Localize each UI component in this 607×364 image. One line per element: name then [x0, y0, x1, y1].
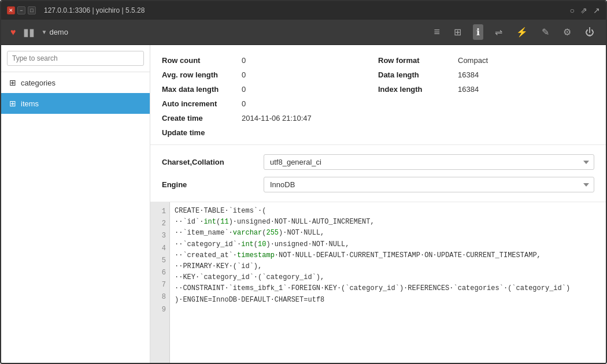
- code-editor[interactable]: CREATE·TABLE·`items`·( ··`id`·int(11)·un…: [170, 202, 606, 363]
- avg-row-length-label: Avg. row length: [162, 70, 237, 79]
- data-length-value: 16384: [458, 70, 479, 79]
- minimize-button[interactable]: −: [17, 6, 25, 14]
- table-icon-items: ⊞: [9, 99, 16, 108]
- lightning-icon[interactable]: ⚡: [514, 24, 530, 40]
- titlebar-address: 127.0.0.1:3306 | yoichiro | 5.5.28: [44, 6, 145, 14]
- edit-pen-icon[interactable]: ✎: [539, 24, 552, 40]
- toolbar-actions: ≡ ⊞ ℹ ⇌ ⚡ ✎ ⚙ ⏻: [431, 24, 597, 40]
- search-input[interactable]: [7, 51, 144, 66]
- close-button[interactable]: ✕: [7, 6, 15, 14]
- line-num-2: 2: [150, 218, 169, 230]
- dropdown-arrow-icon: ▼: [42, 29, 47, 35]
- charset-select[interactable]: utf8_general_ci utf8mb4_general_ci latin…: [264, 154, 594, 170]
- power-icon[interactable]: ⏻: [583, 25, 597, 40]
- engine-row: Engine InnoDB MyISAM MEMORY: [162, 173, 594, 196]
- grid-view-icon[interactable]: ⊞: [451, 24, 464, 40]
- engine-label: Engine: [162, 180, 254, 189]
- sidebar-label-categories: categories: [21, 79, 55, 87]
- row-format-label: Row format: [378, 56, 453, 65]
- code-section: 1 2 3 4 5 6 7 8 9 CREATE·TABLE·`items`·(…: [150, 202, 606, 363]
- line-num-6: 6: [150, 267, 169, 279]
- max-data-length-value: 0: [242, 85, 246, 94]
- shuffle-icon[interactable]: ⇌: [493, 24, 505, 40]
- avg-row-length-value: 0: [242, 70, 246, 79]
- auto-increment-value: 0: [242, 99, 246, 108]
- settings-gear-icon[interactable]: ⚙: [561, 24, 573, 40]
- window-icon-2[interactable]: ⇗: [580, 6, 587, 15]
- line-num-7: 7: [150, 279, 169, 291]
- database-name: demo: [49, 28, 68, 36]
- max-data-length-label: Max data length: [162, 85, 237, 94]
- sidebar-item-items[interactable]: ⊞ items: [1, 93, 150, 114]
- database-selector[interactable]: ▼ demo: [42, 28, 68, 36]
- content-area: Row count 0 Row format Compact Avg. row …: [150, 45, 606, 363]
- charset-label: Charset,Collation: [162, 158, 254, 166]
- sidebar-label-items: items: [21, 99, 39, 108]
- titlebar: ✕ − □ 127.0.0.1:3306 | yoichiro | 5.5.28…: [1, 1, 606, 20]
- line-num-8: 8: [150, 291, 169, 303]
- line-num-5: 5: [150, 255, 169, 267]
- index-length-label: Index length: [378, 85, 453, 94]
- index-length-value: 16384: [458, 85, 479, 94]
- data-length-label: Data length: [378, 70, 453, 79]
- line-num-9: 9: [150, 304, 169, 316]
- create-time-label: Create time: [162, 114, 237, 122]
- line-num-1: 1: [150, 206, 169, 218]
- sidebar-search-container: [1, 45, 150, 72]
- row-count-label: Row count: [162, 56, 237, 65]
- row-format-value: Compact: [458, 56, 488, 65]
- engine-select[interactable]: InnoDB MyISAM MEMORY: [264, 177, 594, 192]
- line-num-3: 3: [150, 230, 169, 242]
- sidebar-item-categories[interactable]: ⊞ categories: [1, 72, 150, 93]
- create-time-value: 2014-11-06 21:10:47: [242, 114, 312, 122]
- toolbar: ♥ ▮▮ ▼ demo ≡ ⊞ ℹ ⇌ ⚡ ✎ ⚙ ⏻: [1, 20, 606, 45]
- charset-row: Charset,Collation utf8_general_ci utf8mb…: [162, 151, 594, 173]
- table-icon-categories: ⊞: [9, 78, 16, 87]
- list-view-icon[interactable]: ≡: [431, 24, 442, 40]
- info-view-icon[interactable]: ℹ: [473, 24, 483, 40]
- window-controls[interactable]: ✕ − □: [7, 6, 36, 14]
- form-section: Charset,Collation utf8_general_ci utf8mb…: [150, 145, 606, 202]
- favorite-icon[interactable]: ♥: [10, 27, 16, 38]
- window-icon-1[interactable]: ○: [570, 6, 575, 15]
- update-time-label: Update time: [162, 128, 237, 137]
- maximize-button[interactable]: □: [28, 6, 36, 14]
- sidebar: ⊞ categories ⊞ items: [1, 45, 150, 363]
- row-count-value: 0: [242, 56, 246, 65]
- window-icon-3[interactable]: ↗: [593, 6, 600, 15]
- auto-increment-label: Auto increment: [162, 99, 237, 108]
- line-num-4: 4: [150, 243, 169, 255]
- info-section: Row count 0 Row format Compact Avg. row …: [150, 45, 606, 145]
- chart-icon[interactable]: ▮▮: [23, 26, 35, 39]
- line-numbers: 1 2 3 4 5 6 7 8 9: [150, 202, 170, 363]
